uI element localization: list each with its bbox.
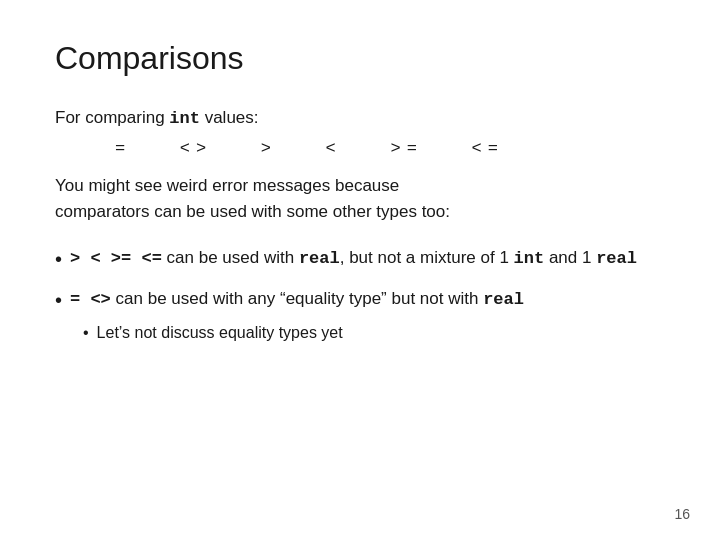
- for-comparing-label: For comparing: [55, 108, 169, 127]
- bullet-item-1: • > < >= <= can be used with real, but n…: [55, 245, 665, 274]
- slide: Comparisons For comparing int values: = …: [0, 0, 720, 540]
- bullet-dot-1: •: [55, 245, 62, 274]
- int-type-1: int: [514, 249, 545, 268]
- page-number: 16: [674, 506, 690, 522]
- real-type-2: real: [596, 249, 637, 268]
- ops-mono-2: = <>: [70, 290, 111, 309]
- bullet-text-2: = <> can be used with any “equality type…: [70, 286, 524, 313]
- weird-line2: comparators can be used with some other …: [55, 199, 665, 225]
- int-type: int: [169, 109, 200, 128]
- weird-line1: You might see weird error messages becau…: [55, 173, 665, 199]
- sub-bullet-dot: •: [83, 321, 89, 345]
- bullet-section: • > < >= <= can be used with real, but n…: [55, 245, 665, 345]
- sub-bullet-text: Let’s not discuss equality types yet: [97, 321, 343, 345]
- ops-mono-1: > < >= <=: [70, 249, 162, 268]
- for-comparing-line: For comparing int values:: [55, 105, 665, 132]
- bullet-text-1: > < >= <= can be used with real, but not…: [70, 245, 637, 272]
- for-comparing-rest: values:: [200, 108, 259, 127]
- sub-bullet-1: • Let’s not discuss equality types yet: [83, 321, 665, 345]
- weird-messages: You might see weird error messages becau…: [55, 173, 665, 226]
- body-content: For comparing int values: = <> > < >= <=…: [55, 105, 665, 345]
- bullet-dot-2: •: [55, 286, 62, 315]
- bullet-item-2: • = <> can be used with any “equality ty…: [55, 286, 665, 345]
- real-type-1: real: [299, 249, 340, 268]
- slide-title: Comparisons: [55, 40, 665, 77]
- operators: = <> > < >= <=: [115, 139, 504, 158]
- operators-line: = <> > < >= <=: [115, 136, 665, 162]
- real-type-3: real: [483, 290, 524, 309]
